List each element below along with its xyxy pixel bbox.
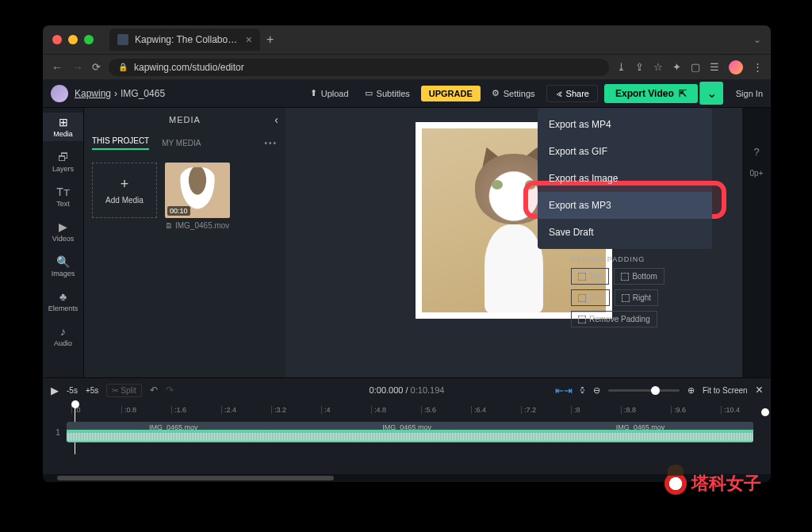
playhead[interactable] bbox=[71, 400, 79, 408]
rail-audio[interactable]: ♪Audio bbox=[43, 322, 83, 350]
export-dropdown-button[interactable]: ⌄ bbox=[699, 82, 723, 105]
reading-list-icon[interactable]: ☰ bbox=[710, 61, 719, 73]
panel-more-button[interactable]: ••• bbox=[264, 139, 278, 147]
cast-icon[interactable]: ▢ bbox=[691, 61, 700, 73]
extensions-icon[interactable]: ✦ bbox=[672, 61, 681, 73]
remove-padding-button[interactable]: Remove Padding bbox=[571, 311, 657, 327]
rail-elements[interactable]: ♣Elements bbox=[43, 287, 83, 316]
play-button[interactable]: ▶ bbox=[51, 385, 59, 396]
track-clip[interactable]: IMG_0465.mov IMG_0465.mov IMG_0465.mov bbox=[67, 422, 753, 442]
ruler-tick: :5.6 bbox=[421, 406, 471, 414]
share-browser-icon[interactable]: ⇪ bbox=[635, 61, 644, 73]
sign-in-button[interactable]: Sign In bbox=[730, 89, 763, 98]
text-icon: Tᴛ bbox=[56, 186, 70, 198]
url-field[interactable]: 🔒 kapwing.com/studio/editor bbox=[109, 59, 609, 76]
media-thumbnail[interactable]: 00:10 🗎IMG_0465.mov bbox=[165, 163, 230, 230]
browser-tab[interactable]: Kapwing: The Collaborative Onl × bbox=[109, 29, 260, 51]
zoom-slider-thumb[interactable] bbox=[651, 386, 660, 395]
track-area: 1 IMG_0465.mov IMG_0465.mov IMG_0465.mov bbox=[43, 418, 771, 474]
timeline-ruler[interactable]: :0 :0.8 :1.6 :2.4 :3.2 :4 :4.8 :5.6 :6.4… bbox=[43, 402, 771, 418]
ruler-tick: :0.8 bbox=[121, 406, 171, 414]
export-gif-item[interactable]: Export as GIF bbox=[538, 138, 712, 165]
share-button[interactable]: ⪡ Share bbox=[546, 85, 598, 102]
timeline-scrollbar[interactable] bbox=[43, 474, 771, 482]
clip-label: IMG_0465.mov bbox=[616, 423, 665, 431]
help-icon[interactable]: ? bbox=[753, 146, 759, 158]
magnet-icon[interactable]: ⧲ bbox=[580, 385, 585, 395]
rail-videos[interactable]: ▶Videos bbox=[43, 217, 83, 246]
videos-icon: ▶ bbox=[59, 220, 67, 233]
panel-collapse-button[interactable]: ‹ bbox=[274, 113, 279, 126]
watermark-text: 塔科女子 bbox=[691, 472, 761, 496]
breadcrumb-app[interactable]: Kapwing bbox=[75, 88, 111, 99]
padding-bottom-button[interactable]: Bottom bbox=[614, 268, 665, 285]
watermark-icon bbox=[665, 473, 687, 495]
elements-icon: ♣ bbox=[59, 290, 67, 303]
profile-avatar[interactable] bbox=[729, 60, 743, 75]
redo-button[interactable]: ↷ bbox=[166, 385, 174, 396]
fit-to-screen-button[interactable]: Fit to Screen bbox=[703, 386, 748, 395]
padding-left-button[interactable]: Left bbox=[571, 289, 610, 306]
canvas-area[interactable]: Export as MP4 Export as GIF Export as Im… bbox=[285, 108, 742, 377]
dashed-square-icon bbox=[578, 316, 586, 323]
upload-button[interactable]: ⬆Upload bbox=[305, 86, 354, 101]
window-minimize-button[interactable] bbox=[68, 35, 78, 44]
save-draft-item[interactable]: Save Draft bbox=[538, 219, 712, 246]
subtitles-button[interactable]: ▭Subtitles bbox=[360, 86, 415, 101]
undo-button[interactable]: ↶ bbox=[150, 385, 158, 396]
padding-right-button[interactable]: Right bbox=[615, 289, 658, 306]
nav-back-button[interactable]: ← bbox=[51, 61, 63, 74]
timeline-close-button[interactable]: × bbox=[756, 383, 763, 397]
zoom-out-button[interactable]: ⊖ bbox=[593, 385, 600, 396]
app-logo[interactable] bbox=[51, 85, 68, 102]
media-panel: MEDIA ‹ THIS PROJECT MY MEDIA ••• + Add … bbox=[84, 108, 285, 377]
ruler-tick: :8 bbox=[571, 406, 621, 414]
ruler-tick: :9.6 bbox=[671, 406, 721, 414]
window-maximize-button[interactable] bbox=[84, 35, 94, 44]
add-media-button[interactable]: + Add Media bbox=[92, 163, 157, 218]
reload-button[interactable]: ⟳ bbox=[92, 61, 101, 73]
nav-forward-button[interactable]: → bbox=[71, 61, 84, 74]
scrollbar-thumb[interactable] bbox=[57, 476, 334, 480]
tab-my-media[interactable]: MY MEDIA bbox=[162, 139, 201, 147]
resolution-button[interactable]: 0p+ bbox=[750, 169, 764, 178]
tab-this-project[interactable]: THIS PROJECT bbox=[92, 136, 149, 150]
skip-forward-button[interactable]: +5s bbox=[86, 386, 98, 395]
watermark: 塔科女子 bbox=[665, 472, 761, 496]
rail-layers[interactable]: 🗗Layers bbox=[43, 147, 83, 176]
browser-menu-icon[interactable]: ⋮ bbox=[753, 61, 763, 73]
dashed-square-icon bbox=[622, 294, 630, 302]
app-container: Kapwing › IMG_0465 ⬆Upload ▭Subtitles UP… bbox=[43, 79, 771, 482]
export-image-item[interactable]: Export as Image bbox=[538, 165, 712, 192]
export-mp3-item[interactable]: Export as MP3 bbox=[538, 192, 712, 219]
rail-images[interactable]: 🔍Images bbox=[43, 252, 83, 281]
window-close-button[interactable] bbox=[52, 35, 62, 44]
timeline-end-handle[interactable] bbox=[761, 408, 769, 416]
snap-icon[interactable]: ⇤⇥ bbox=[555, 385, 573, 396]
chevron-down-icon[interactable]: ⌄ bbox=[753, 34, 761, 45]
tab-close-icon[interactable]: × bbox=[246, 33, 252, 46]
export-video-button[interactable]: Export Video⇱ bbox=[604, 84, 698, 103]
rail-text[interactable]: TᴛText bbox=[43, 182, 83, 211]
url-text: kapwing.com/studio/editor bbox=[134, 62, 244, 73]
ruler-tick: :7.2 bbox=[521, 406, 571, 414]
rail-media[interactable]: ⊞Media bbox=[43, 113, 83, 141]
install-icon[interactable]: ⤓ bbox=[617, 61, 626, 73]
export-mp4-item[interactable]: Export as MP4 bbox=[538, 111, 712, 138]
share-icon: ⪡ bbox=[555, 89, 564, 98]
padding-top-button[interactable]: Top bbox=[571, 268, 609, 285]
bookmark-icon[interactable]: ☆ bbox=[653, 61, 663, 73]
waveform bbox=[67, 433, 753, 441]
clip-label: IMG_0465.mov bbox=[149, 423, 198, 431]
upgrade-button[interactable]: UPGRADE bbox=[421, 86, 481, 101]
thumbnail-image: 00:10 bbox=[165, 163, 230, 218]
zoom-slider[interactable] bbox=[608, 389, 680, 392]
ruler-tick: :3.2 bbox=[271, 406, 321, 414]
breadcrumb-project[interactable]: IMG_0465 bbox=[121, 88, 165, 99]
file-icon: 🗎 bbox=[165, 221, 173, 230]
skip-back-button[interactable]: -5s bbox=[67, 386, 78, 395]
split-button[interactable]: ✂Split bbox=[106, 384, 141, 397]
zoom-in-button[interactable]: ⊕ bbox=[688, 385, 695, 396]
settings-button[interactable]: ⚙Settings bbox=[487, 86, 540, 101]
new-tab-button[interactable]: + bbox=[266, 33, 274, 47]
